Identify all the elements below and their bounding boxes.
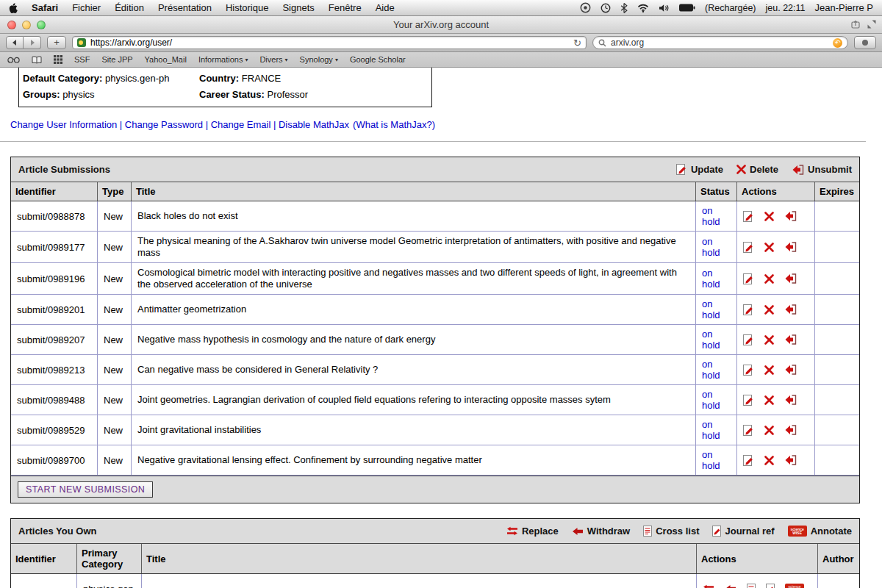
menu-aide[interactable]: Aide [376, 2, 395, 13]
replace-icon[interactable] [703, 584, 714, 588]
submission-identifier: submit/0989529 [11, 415, 98, 445]
update-icon[interactable] [743, 242, 754, 253]
disable-mathjax-link[interactable]: Disable MathJax [270, 119, 349, 130]
wifi-icon[interactable] [637, 4, 649, 12]
annotate-icon[interactable]: science WISE [785, 584, 804, 588]
zoom-window-button[interactable] [37, 21, 46, 29]
col-identifier: Identifier [11, 544, 77, 573]
delete-icon[interactable] [764, 335, 774, 345]
bookmark-google-scholar[interactable]: Google Scholar [350, 55, 406, 64]
close-window-button[interactable] [7, 21, 16, 29]
update-icon[interactable] [743, 304, 754, 315]
menu-safari[interactable]: Safari [32, 2, 58, 13]
menu-fichier[interactable]: Fichier [72, 2, 101, 13]
top-sites-grid-icon[interactable] [54, 55, 62, 64]
screen: Safari Fichier Édition Présentation Hist… [0, 0, 882, 588]
bookmark-divers-menu[interactable]: Divers▾ [259, 55, 287, 64]
table-row: submit/0989213 New Can negative mass be … [11, 355, 859, 385]
update-icon[interactable] [743, 211, 754, 222]
unsubmit-legend: Unsubmit [792, 164, 852, 175]
unsubmit-icon[interactable] [784, 334, 797, 345]
url-text[interactable]: https://arxiv.org/user/ [90, 37, 569, 48]
menubar-status-area: (Rechargée) jeu. 22:11 Jean-Pierre P [580, 2, 873, 13]
search-text[interactable]: arxiv.org [611, 37, 644, 48]
snapback-icon[interactable]: ↶ [833, 38, 842, 48]
bookmark-synology-menu[interactable]: Synology▾ [300, 55, 338, 64]
owned-header-band: Articles You Own Replace Withdraw [11, 519, 859, 544]
delete-icon[interactable] [764, 212, 774, 221]
submission-type: New [98, 415, 132, 445]
expires-cell [815, 201, 859, 231]
volume-icon[interactable] [659, 4, 670, 12]
change-email-link[interactable]: Change Email [203, 119, 270, 130]
delete-icon[interactable] [764, 395, 774, 405]
time-machine-icon[interactable] [600, 3, 611, 13]
what-is-mathjax-link[interactable]: (What is MathJax?) [353, 119, 435, 130]
bookmark-site-jpp[interactable]: Site JPP [101, 55, 132, 64]
delete-icon[interactable] [764, 456, 774, 465]
new-tab-button[interactable]: + [47, 36, 66, 49]
search-field[interactable]: arxiv.org ↶ [592, 36, 848, 49]
bookmark-yahoo-mail[interactable]: Yahoo_Mail [145, 55, 187, 64]
withdraw-legend-label: Withdraw [587, 526, 630, 537]
menu-presentation[interactable]: Présentation [158, 2, 212, 13]
update-icon[interactable] [743, 425, 754, 436]
unsubmit-icon[interactable] [784, 365, 797, 375]
unsubmit-icon[interactable] [784, 425, 797, 435]
col-title: Title [142, 544, 697, 573]
fullscreen-icon[interactable] [867, 20, 876, 29]
change-password-link[interactable]: Change Password [117, 119, 203, 130]
update-icon[interactable] [743, 395, 754, 406]
table-row: submit/0988878 New Black holes do not ex… [11, 201, 859, 232]
start-new-submission-button[interactable]: START NEW SUBMISSION [18, 481, 153, 498]
titlebar-widget-icon[interactable] [851, 20, 860, 29]
expires-cell [815, 263, 859, 294]
menu-status-icon[interactable] [580, 2, 591, 13]
reload-icon[interactable]: ↻ [573, 37, 581, 49]
change-user-information-link[interactable]: Change User Information [10, 119, 117, 130]
menu-fenetre[interactable]: Fenêtre [329, 2, 362, 13]
unsubmit-icon[interactable] [784, 211, 797, 221]
bookmark-ssf[interactable]: SSF [74, 55, 90, 64]
update-icon [676, 164, 687, 175]
bluetooth-icon[interactable] [620, 3, 628, 13]
apple-logo-icon[interactable] [9, 3, 18, 13]
bookmark-label: SSF [74, 55, 90, 64]
submission-title: Black holes do not exist [132, 201, 696, 231]
update-icon[interactable] [743, 334, 754, 345]
unsubmit-icon[interactable] [784, 242, 797, 252]
update-icon[interactable] [743, 455, 754, 466]
table-row: submit/0989488 New Joint geometries. Lag… [11, 385, 859, 415]
journal-ref-icon[interactable] [766, 584, 775, 588]
forward-button[interactable] [24, 36, 41, 49]
menu-edition[interactable]: Édition [115, 2, 144, 13]
toolbar-extra-button[interactable] [854, 36, 876, 49]
reading-list-icon[interactable] [7, 57, 20, 63]
unsubmit-icon[interactable] [784, 273, 797, 284]
bookmarks-book-icon[interactable] [32, 56, 42, 64]
menubar-user[interactable]: Jean-Pierre P [815, 2, 873, 13]
owned-title: Articles You Own [18, 526, 96, 537]
bookmark-informations-menu[interactable]: Informations▾ [198, 55, 248, 64]
menubar-clock[interactable]: jeu. 22:11 [766, 3, 806, 13]
update-icon[interactable] [743, 365, 754, 376]
cross-list-icon[interactable] [747, 584, 756, 588]
delete-icon[interactable] [764, 426, 774, 435]
menu-historique[interactable]: Historique [226, 2, 269, 13]
delete-icon[interactable] [764, 365, 774, 375]
unsubmit-icon[interactable] [784, 395, 797, 405]
menu-signets[interactable]: Signets [282, 2, 314, 13]
row-actions [737, 355, 815, 384]
delete-icon[interactable] [764, 305, 774, 315]
delete-icon[interactable] [764, 243, 774, 252]
update-icon[interactable] [743, 273, 754, 284]
unsubmit-icon[interactable] [784, 455, 797, 465]
unsubmit-icon[interactable] [784, 304, 797, 315]
back-button[interactable] [6, 36, 24, 49]
address-bar[interactable]: https://arxiv.org/user/ ↻ [72, 36, 587, 49]
withdraw-icon[interactable] [725, 584, 736, 588]
battery-icon[interactable] [679, 4, 695, 12]
row-actions [737, 232, 815, 262]
delete-icon[interactable] [764, 274, 774, 284]
minimize-window-button[interactable] [22, 21, 31, 29]
